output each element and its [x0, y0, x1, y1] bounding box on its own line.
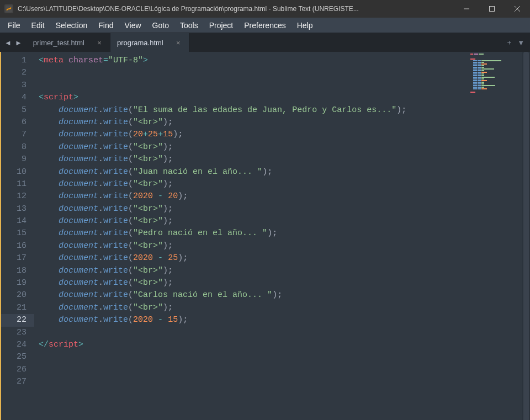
code-line[interactable]: document.write("<br>");	[39, 215, 530, 227]
line-number: 17	[1, 252, 26, 264]
window-title: C:\Users\LATITUDE\Desktop\ONE-ORACLE\Lóg…	[18, 5, 454, 13]
line-number: 21	[1, 302, 26, 314]
code-line[interactable]: document.write("<br>");	[39, 116, 530, 129]
line-number: 2	[1, 67, 26, 79]
code-line[interactable]: document.write("<br>");	[39, 153, 530, 166]
line-number: 3	[1, 79, 26, 92]
line-number: 1	[1, 55, 26, 67]
line-number: 12	[1, 190, 26, 203]
menu-selection[interactable]: Selection	[51, 20, 93, 31]
code-line[interactable]: document.write(2020 - 20);	[39, 190, 530, 203]
scrollbar-thumb[interactable]	[523, 52, 529, 420]
code-line[interactable]: document.write("<br>");	[39, 277, 530, 289]
line-number: 24	[1, 339, 26, 351]
maximize-button[interactable]	[479, 0, 505, 18]
line-number: 6	[1, 116, 26, 129]
line-number: 22	[1, 314, 34, 326]
code-line[interactable]: document.write("<br>");	[39, 240, 530, 252]
menu-edit[interactable]: Edit	[26, 20, 50, 31]
tab-programa-html[interactable]: programa.html×	[110, 33, 189, 52]
menu-preferences[interactable]: Preferences	[239, 20, 290, 31]
minimize-button[interactable]	[454, 0, 479, 18]
line-number: 10	[1, 166, 26, 178]
menu-tools[interactable]: Tools	[175, 20, 203, 31]
menu-goto[interactable]: Goto	[147, 20, 174, 31]
close-icon[interactable]: ×	[174, 39, 182, 46]
line-number: 27	[1, 376, 26, 388]
tab-label: programa.html	[117, 39, 163, 47]
code-line[interactable]: document.write("<br>");	[39, 265, 530, 277]
code-line[interactable]	[39, 364, 530, 376]
line-number: 8	[1, 141, 26, 153]
editor-area[interactable]: 1234567891011121314151617181920212223242…	[0, 52, 530, 420]
code-line[interactable]: document.write("<br>");	[39, 178, 530, 190]
tab-primer_test-html[interactable]: primer_test.html×	[26, 33, 110, 52]
line-number: 4	[1, 92, 26, 104]
vertical-scrollbar[interactable]	[522, 52, 530, 420]
line-number: 19	[1, 277, 26, 289]
line-number: 20	[1, 289, 26, 301]
code-line[interactable]: document.write("Pedro nació en el año...…	[39, 227, 530, 240]
code-line[interactable]	[39, 67, 530, 79]
code-line[interactable]: document.write("<br>");	[39, 203, 530, 215]
menu-help[interactable]: Help	[292, 20, 318, 31]
code-line[interactable]: document.write(2020 - 25);	[39, 252, 530, 264]
line-number: 11	[1, 178, 26, 190]
tab-menu-icon[interactable]: ▼	[517, 39, 524, 47]
code-line[interactable]: document.write("Carlos nació en el año..…	[39, 289, 530, 301]
code-line[interactable]: document.write("<br>");	[39, 302, 530, 314]
code-line[interactable]	[39, 79, 530, 92]
line-number: 13	[1, 203, 26, 215]
code-line[interactable]: <script>	[39, 92, 530, 104]
tab-history-back-icon[interactable]: ◄	[4, 39, 12, 47]
new-tab-icon[interactable]: ＋	[506, 38, 513, 47]
code-line[interactable]: document.write(20+25+15);	[39, 129, 530, 141]
line-number: 23	[1, 327, 26, 339]
window-titlebar: C:\Users\LATITUDE\Desktop\ONE-ORACLE\Lóg…	[0, 0, 530, 18]
menu-project[interactable]: Project	[204, 20, 239, 31]
line-number: 15	[1, 227, 26, 240]
minimap[interactable]	[470, 54, 520, 103]
tab-label: primer_test.html	[33, 39, 84, 47]
line-number: 16	[1, 240, 26, 252]
line-number-gutter: 1234567891011121314151617181920212223242…	[0, 52, 34, 420]
tab-bar: ◄ ► primer_test.html×programa.html× ＋ ▼	[0, 33, 530, 52]
menu-view[interactable]: View	[120, 20, 146, 31]
code-line[interactable]: <meta charset="UTF-8">	[39, 55, 530, 67]
svg-rect-2	[490, 7, 495, 12]
menu-bar: FileEditSelectionFindViewGotoToolsProjec…	[0, 18, 530, 33]
code-line[interactable]: document.write(2020 - 15);	[39, 314, 530, 326]
code-line[interactable]	[39, 376, 530, 388]
close-icon[interactable]: ×	[96, 39, 103, 46]
code-line[interactable]: document.write("<br>");	[39, 141, 530, 153]
line-number: 25	[1, 351, 26, 363]
line-number: 14	[1, 215, 26, 227]
line-number: 7	[1, 129, 26, 141]
menu-find[interactable]: Find	[93, 20, 118, 31]
code-editor[interactable]: <meta charset="UTF-8"><script> document.…	[34, 52, 530, 420]
line-number: 18	[1, 265, 26, 277]
line-number: 5	[1, 104, 26, 116]
close-button[interactable]	[505, 0, 530, 18]
code-line[interactable]: document.write("Juan nació en el año... …	[39, 166, 530, 178]
line-number: 9	[1, 153, 26, 166]
tab-history-fwd-icon[interactable]: ►	[15, 39, 22, 47]
line-number: 26	[1, 364, 26, 376]
code-line[interactable]	[39, 351, 530, 363]
code-line[interactable]	[39, 327, 530, 339]
app-icon	[4, 4, 13, 13]
code-line[interactable]: document.write("El suma de las edades de…	[39, 104, 530, 116]
code-line[interactable]: </script>	[39, 339, 530, 351]
menu-file[interactable]: File	[3, 20, 25, 31]
